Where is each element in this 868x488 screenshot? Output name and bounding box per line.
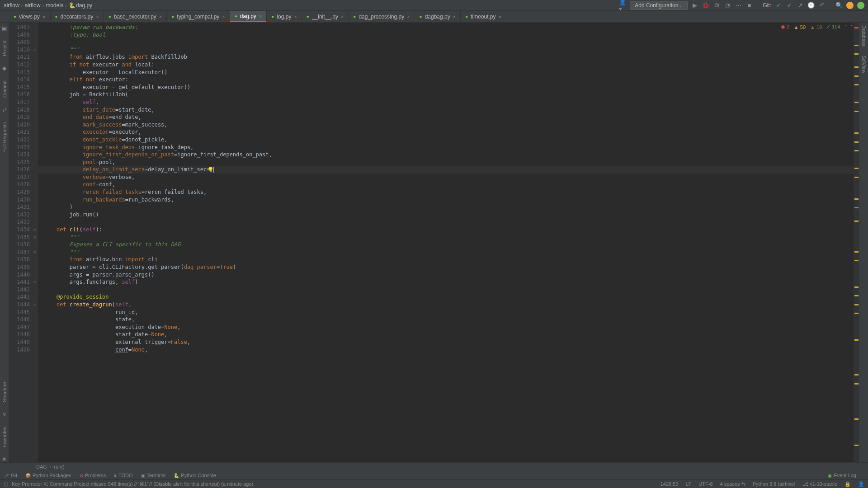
code-line[interactable]: """ [43,249,854,256]
breadcrumb-file[interactable]: dag.py [76,2,92,9]
line-number[interactable]: 1434 [9,226,30,234]
code-line[interactable]: execution_date=None, [43,324,854,331]
code-line[interactable]: from airflow.jobs import BackfillJob [43,53,854,61]
intention-bulb-icon[interactable]: 💡 [208,167,214,173]
tab-typing_compat-py[interactable]: ●typing_compat.py× [167,11,230,22]
line-number[interactable]: 1408 [9,31,30,39]
context-function[interactable]: run() [54,464,65,469]
tool-window-terminal[interactable]: ▣Terminal [141,473,166,478]
code-line[interactable]: executor = get_default_executor() [43,84,854,91]
editor[interactable]: ⊟⊟⊟⊟⊟⊟ 140714081409141014111412141314141… [9,23,859,462]
code-line[interactable]: parser = cli.CLIFactory.get_parser(dag_p… [43,263,854,271]
fold-toggle-icon[interactable]: ⊟ [33,249,37,256]
line-number[interactable]: 1411 [9,53,30,61]
typo-indicator[interactable]: ✓ 104 [826,24,840,30]
code-line[interactable]: end_date=end_date, [43,113,854,121]
stripe-mark[interactable] [854,198,859,200]
project-tool-button[interactable]: Project [2,41,7,56]
code-line[interactable]: def create_dagrun(self, [43,301,854,309]
status-hide-icon[interactable]: ▢ [4,481,8,487]
line-number[interactable]: 1437 [9,249,30,256]
warning-indicator[interactable]: ▲ 50 [794,24,806,30]
stripe-mark[interactable] [854,27,859,28]
event-log-button[interactable]: ◉ Event Log [828,473,856,478]
debug-icon[interactable]: 🐞 [702,2,709,9]
favorites-tool-icon[interactable]: ★ [2,456,7,462]
close-icon[interactable]: × [259,14,262,19]
stripe-mark[interactable] [854,286,859,288]
code-line[interactable]: if not executor and local: [43,61,854,69]
breadcrumb-item[interactable]: airflow [25,2,41,9]
code-line[interactable]: start_date=start_date, [43,106,854,114]
stripe-mark[interactable] [854,150,859,151]
tab-log-py[interactable]: ●log.py× [267,11,302,22]
code-line[interactable]: def cli(self): [43,226,854,234]
stripe-mark[interactable] [854,260,859,261]
expand-inspections-icon[interactable]: ˆ [845,24,847,30]
code-line[interactable]: """ [43,46,854,54]
close-icon[interactable]: × [159,14,162,19]
stripe-mark[interactable] [854,207,859,208]
line-number[interactable]: 1415 [9,84,30,91]
stripe-mark[interactable] [854,445,859,446]
line-number[interactable]: 1439 [9,263,30,271]
stripe-mark[interactable] [854,102,859,103]
code-line[interactable]: @provide_session [43,293,854,301]
code-line[interactable]: conf=None, [43,346,854,354]
code-line[interactable]: verbose=verbose, [43,174,854,181]
stripe-mark[interactable] [854,295,859,296]
code-line[interactable] [43,218,854,226]
code-line[interactable]: start_date=None, [43,331,854,338]
line-number[interactable]: 1420 [9,121,30,129]
line-separator[interactable]: LF [686,481,692,487]
line-number[interactable]: 1450 [9,346,30,354]
close-icon[interactable]: × [96,14,99,19]
git-branch[interactable]: ⎇ v1-10-stable [802,481,837,487]
line-number[interactable]: 1447 [9,324,30,331]
code-line[interactable]: donot_pickle=donot_pickle, [43,136,854,144]
tool-window-git[interactable]: ⎇Git [4,473,17,478]
ide-status-icon[interactable] [857,2,864,9]
line-number[interactable]: 1429 [9,188,30,196]
pull-requests-tool-button[interactable]: Pull Requests [2,122,7,153]
code-line[interactable]: ) [43,203,854,211]
tool-window-python-packages[interactable]: 📦Python Packages [25,473,71,478]
line-number[interactable]: 1449 [9,338,30,346]
close-icon[interactable]: × [453,14,456,19]
tool-window-todo[interactable]: ≡TODO [114,473,132,478]
code-line[interactable]: mark_success=mark_success, [43,121,854,129]
run-configuration-button[interactable]: Add Configuration... [630,1,688,10]
search-icon[interactable]: 🔍 [835,2,843,9]
tab-__init__-py[interactable]: ●__init__.py× [302,11,349,22]
line-number[interactable]: 1424 [9,151,30,159]
user-icon[interactable]: 👤▾ [619,2,626,9]
line-number[interactable]: 1435 [9,234,30,241]
error-indicator[interactable]: ◉ 2 [781,24,789,30]
inspection-summary[interactable]: ◉ 2 ▲ 50 ▲ 19 ✓ 104 ˆ ˇ [781,24,853,30]
code-line[interactable]: state, [43,316,854,324]
line-number[interactable]: 1410 [9,46,30,54]
code-line[interactable]: rerun_failed_tasks=rerun_failed_tasks, [43,188,854,196]
code-line[interactable]: pool=pool, [43,159,854,166]
fold-toggle-icon[interactable]: ⊟ [33,278,37,286]
line-number[interactable]: 1436 [9,241,30,249]
collapse-inspections-icon[interactable]: ˇ [851,24,853,30]
line-number[interactable]: 1422 [9,136,30,144]
stripe-mark[interactable] [854,141,859,143]
code-line[interactable]: ignore_first_depends_on_past=ignore_firs… [43,151,854,159]
stripe-mark[interactable] [854,383,859,385]
breadcrumb[interactable]: airflow › airflow › models › 🐍 dag.py [4,2,92,9]
fold-toggle-icon[interactable]: ⊟ [33,301,37,309]
code-line[interactable]: :type: bool [43,31,854,39]
stripe-mark[interactable] [854,339,859,341]
line-number[interactable]: 1418 [9,106,30,114]
close-icon[interactable]: × [294,14,297,19]
code-line[interactable]: executor = LocalExecutor() [43,69,854,76]
breadcrumb-item[interactable]: airflow [4,2,19,9]
database-tool-button[interactable]: Database [861,25,867,47]
stripe-mark[interactable] [854,45,859,46]
structure-tool-icon[interactable]: ፨ [3,411,6,418]
stripe-mark[interactable] [854,313,859,314]
readonly-lock-icon[interactable]: 🔒 [844,481,851,487]
file-encoding[interactable]: UTF-8 [698,481,712,487]
